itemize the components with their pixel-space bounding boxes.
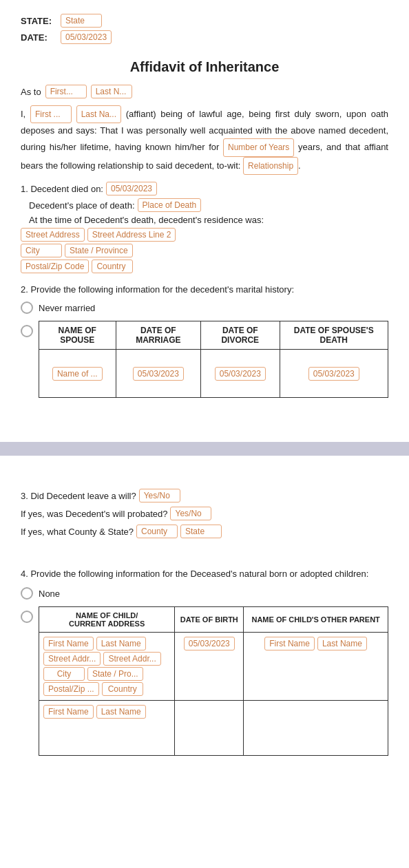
postal-field[interactable]: Postal/Zip Code <box>21 260 89 273</box>
probated-label: If yes, was Decedent's will probated? <box>21 509 167 519</box>
child1-first[interactable]: First Name <box>43 637 94 650</box>
child2-last[interactable]: Last Name <box>96 705 146 719</box>
col-other-parent: NAME OF CHILD'S OTHER PARENT <box>244 607 388 633</box>
never-married-label: Never married <box>39 303 95 313</box>
divorce-date[interactable]: 05/03/2023 <box>215 367 266 381</box>
child1-dob[interactable]: 05/03/2023 <box>184 637 235 650</box>
children-table-radio[interactable] <box>21 611 33 623</box>
spouse-table-radio[interactable] <box>21 325 33 337</box>
child1-postal[interactable]: Postal/Zip ... <box>43 682 99 696</box>
col-spouse-death: DATE OF SPOUSE'S DEATH <box>280 321 388 350</box>
spouse-row: Name of ... 05/03/2023 05/03/2023 05/03/… <box>39 350 388 398</box>
i-label: I, <box>21 109 25 119</box>
col-marriage-date: DATE OF MARRIAGE <box>116 321 201 350</box>
spouse-name[interactable]: Name of ... <box>52 367 103 381</box>
col-child-name: NAME OF CHILD/CURRENT ADDRESS <box>39 607 175 633</box>
child1-city[interactable]: City <box>43 667 85 681</box>
will-field[interactable]: Yes/No <box>139 489 180 502</box>
as-to-text: As to <box>21 87 41 97</box>
state-label: STATE: <box>21 16 55 26</box>
body-paragraph: I, First ... Last Na... (affiant) being … <box>21 105 388 175</box>
section2-title: 2. Provide the following information for… <box>21 284 388 295</box>
child1-street[interactable]: Street Addr... <box>43 652 101 666</box>
state-province-field[interactable]: State / Province <box>65 244 133 257</box>
date-input[interactable]: 05/03/2023 <box>61 30 112 44</box>
county-field[interactable]: County <box>136 525 178 538</box>
page-title: Affidavit of Inheritance <box>21 59 388 75</box>
section3-number: 3. Did Decedent leave a will? <box>21 491 136 501</box>
col-dob: DATE OF BIRTH <box>175 607 244 633</box>
affiant-last[interactable]: Last Na... <box>76 105 121 123</box>
child1-state[interactable]: State / Pro... <box>87 667 143 681</box>
probated-field[interactable]: Yes/No <box>170 507 211 520</box>
children-table: NAME OF CHILD/CURRENT ADDRESS DATE OF BI… <box>39 606 388 756</box>
marriage-date[interactable]: 05/03/2023 <box>133 367 184 381</box>
street-address[interactable]: Street Address <box>21 228 85 242</box>
place-label: Decedent's place of death: <box>29 200 135 211</box>
child2-first[interactable]: First Name <box>43 705 94 719</box>
date-label: DATE: <box>21 32 55 43</box>
never-married-radio[interactable] <box>21 301 33 314</box>
child1-street2[interactable]: Street Addr... <box>103 652 160 666</box>
child-row-1: First Name Last Name Street Addr... Stre… <box>39 633 388 701</box>
as-to-last[interactable]: Last N... <box>91 85 132 98</box>
parent1-last[interactable]: Last Name <box>317 637 367 650</box>
spouse-death-date[interactable]: 05/03/2023 <box>308 367 359 381</box>
street-address-2[interactable]: Street Address Line 2 <box>87 228 176 242</box>
spouse-table: NAME OF SPOUSE DATE OF MARRIAGE DATE OF … <box>39 321 388 398</box>
years-field[interactable]: Number of Years <box>223 138 294 156</box>
none-radio[interactable] <box>21 587 33 600</box>
none-label: None <box>39 589 60 599</box>
city-field[interactable]: City <box>21 244 62 257</box>
affiant-first[interactable]: First ... <box>30 105 72 123</box>
section1-number: 1. Decedent died on: <box>21 184 103 194</box>
date-of-death[interactable]: 05/03/2023 <box>106 182 157 195</box>
section4-title: 4. Provide the following information for… <box>21 569 388 579</box>
relationship-field[interactable]: Relationship <box>243 157 298 175</box>
county-state-label: If yes, what County & State? <box>21 527 134 537</box>
col-spouse-name: NAME OF SPOUSE <box>39 321 116 350</box>
parent1-first[interactable]: First Name <box>264 637 315 650</box>
as-to-first[interactable]: First... <box>45 85 87 98</box>
country-field[interactable]: Country <box>92 260 133 273</box>
page-divider <box>0 442 409 456</box>
child1-country[interactable]: Country <box>102 682 143 696</box>
state-input[interactable]: State <box>61 14 102 28</box>
state-field[interactable]: State <box>180 525 222 538</box>
child-row-2: First Name Last Name <box>39 701 388 756</box>
place-of-death[interactable]: Place of Death <box>138 198 202 212</box>
child1-last[interactable]: Last Name <box>96 637 146 650</box>
residence-label: At the time of Decedent's death, deceden… <box>29 215 264 225</box>
col-divorce-date: DATE OF DIVORCE <box>201 321 280 350</box>
